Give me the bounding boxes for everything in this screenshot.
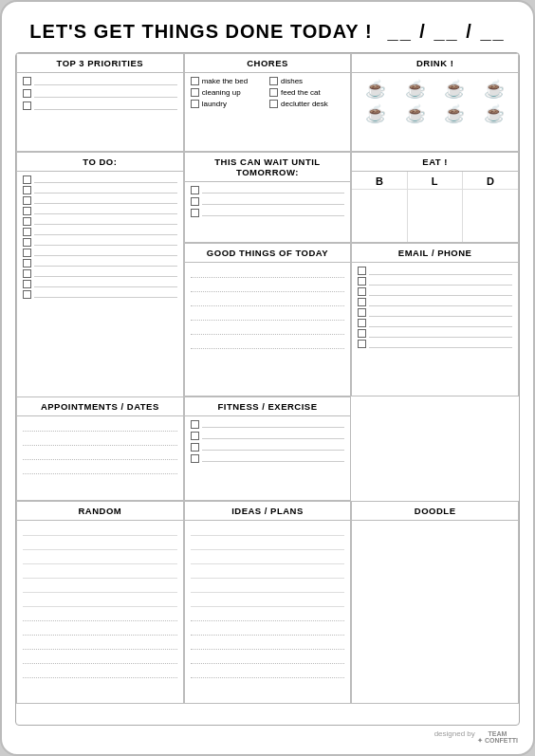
random-line[interactable] bbox=[23, 581, 177, 593]
email-line[interactable] bbox=[369, 288, 512, 296]
checkbox[interactable] bbox=[269, 100, 278, 108]
mug-icon-8[interactable]: ☕ bbox=[484, 103, 505, 124]
checkbox[interactable] bbox=[23, 77, 31, 85]
mug-icon-1[interactable]: ☕ bbox=[365, 79, 386, 100]
checkbox[interactable] bbox=[23, 269, 31, 278]
ideas-line[interactable] bbox=[191, 539, 345, 550]
fitness-line[interactable] bbox=[202, 443, 345, 451]
appt-line[interactable] bbox=[23, 449, 177, 460]
todo-line[interactable] bbox=[34, 280, 177, 287]
fitness-line[interactable] bbox=[202, 432, 345, 439]
todo-line[interactable] bbox=[34, 259, 177, 267]
checkbox[interactable] bbox=[23, 207, 31, 215]
random-line[interactable] bbox=[23, 624, 177, 636]
wait-line[interactable] bbox=[202, 186, 345, 194]
email-line[interactable] bbox=[369, 330, 512, 338]
todo-line[interactable] bbox=[34, 175, 177, 183]
checkbox[interactable] bbox=[23, 186, 31, 194]
checkbox[interactable] bbox=[358, 329, 366, 338]
ideas-line[interactable] bbox=[191, 624, 345, 636]
checkbox[interactable] bbox=[23, 196, 31, 205]
mug-icon-7[interactable]: ☕ bbox=[444, 103, 465, 124]
todo-line[interactable] bbox=[34, 249, 177, 256]
good-line[interactable] bbox=[191, 323, 345, 335]
ideas-line[interactable] bbox=[191, 553, 345, 564]
ideas-line[interactable] bbox=[191, 638, 345, 650]
checkbox[interactable] bbox=[358, 298, 366, 306]
checkbox[interactable] bbox=[191, 432, 199, 440]
ideas-line[interactable] bbox=[191, 567, 345, 579]
mug-icon-5[interactable]: ☕ bbox=[365, 103, 386, 124]
email-line[interactable] bbox=[369, 278, 512, 286]
checkbox[interactable] bbox=[358, 267, 366, 275]
fitness-line[interactable] bbox=[202, 420, 345, 428]
mug-icon-4[interactable]: ☕ bbox=[484, 79, 505, 100]
good-line[interactable] bbox=[191, 281, 345, 292]
fitness-line[interactable] bbox=[202, 454, 345, 462]
random-line[interactable] bbox=[23, 638, 177, 650]
checkbox[interactable] bbox=[358, 308, 366, 317]
todo-line[interactable] bbox=[34, 238, 177, 246]
checkbox[interactable] bbox=[23, 290, 31, 299]
checkbox[interactable] bbox=[191, 100, 199, 108]
ideas-line[interactable] bbox=[191, 610, 345, 621]
checkbox[interactable] bbox=[191, 186, 199, 194]
random-line[interactable] bbox=[23, 525, 177, 536]
random-line[interactable] bbox=[23, 653, 177, 664]
email-line[interactable] bbox=[369, 299, 512, 306]
checkbox[interactable] bbox=[191, 88, 199, 97]
checkbox[interactable] bbox=[191, 420, 199, 429]
priority-line[interactable] bbox=[34, 78, 177, 85]
checkbox[interactable] bbox=[23, 238, 31, 247]
checkbox[interactable] bbox=[23, 89, 31, 98]
todo-line[interactable] bbox=[34, 196, 177, 204]
doodle-content[interactable] bbox=[352, 521, 518, 704]
priority-line[interactable] bbox=[34, 90, 177, 98]
email-line[interactable] bbox=[369, 309, 512, 317]
random-line[interactable] bbox=[23, 553, 177, 564]
todo-line[interactable] bbox=[34, 217, 177, 225]
date-field[interactable]: __ / __ / __ bbox=[388, 21, 506, 43]
checkbox[interactable] bbox=[191, 454, 199, 463]
random-line[interactable] bbox=[23, 667, 177, 678]
checkbox[interactable] bbox=[269, 88, 278, 97]
checkbox[interactable] bbox=[23, 228, 31, 236]
ideas-line[interactable] bbox=[191, 667, 345, 678]
ideas-line[interactable] bbox=[191, 525, 345, 536]
good-line[interactable] bbox=[191, 309, 345, 321]
checkbox[interactable] bbox=[23, 280, 31, 288]
random-line[interactable] bbox=[23, 539, 177, 550]
email-line[interactable] bbox=[369, 320, 512, 327]
appt-line[interactable] bbox=[23, 434, 177, 446]
checkbox[interactable] bbox=[191, 443, 199, 452]
mug-icon-2[interactable]: ☕ bbox=[405, 79, 426, 100]
todo-line[interactable] bbox=[34, 228, 177, 235]
checkbox[interactable] bbox=[23, 175, 31, 184]
checkbox[interactable] bbox=[23, 101, 31, 110]
random-line[interactable] bbox=[23, 567, 177, 579]
checkbox[interactable] bbox=[358, 319, 366, 327]
checkbox[interactable] bbox=[358, 287, 366, 296]
checkbox[interactable] bbox=[23, 217, 31, 226]
random-line[interactable] bbox=[23, 610, 177, 621]
checkbox[interactable] bbox=[191, 209, 199, 217]
mug-icon-6[interactable]: ☕ bbox=[405, 103, 426, 124]
checkbox[interactable] bbox=[358, 340, 366, 348]
todo-line[interactable] bbox=[34, 290, 177, 298]
checkbox[interactable] bbox=[191, 197, 199, 206]
wait-line[interactable] bbox=[202, 197, 345, 205]
checkbox[interactable] bbox=[358, 277, 366, 286]
checkbox[interactable] bbox=[23, 249, 31, 257]
todo-line[interactable] bbox=[34, 186, 177, 194]
wait-line[interactable] bbox=[202, 209, 345, 216]
email-line[interactable] bbox=[369, 341, 512, 348]
ideas-line[interactable] bbox=[191, 653, 345, 664]
todo-line[interactable] bbox=[34, 269, 177, 277]
good-line[interactable] bbox=[191, 267, 345, 278]
ideas-line[interactable] bbox=[191, 581, 345, 593]
mug-icon-3[interactable]: ☕ bbox=[444, 79, 465, 100]
todo-line[interactable] bbox=[34, 207, 177, 214]
good-line[interactable] bbox=[191, 295, 345, 306]
ideas-line[interactable] bbox=[191, 596, 345, 607]
checkbox[interactable] bbox=[269, 77, 278, 85]
